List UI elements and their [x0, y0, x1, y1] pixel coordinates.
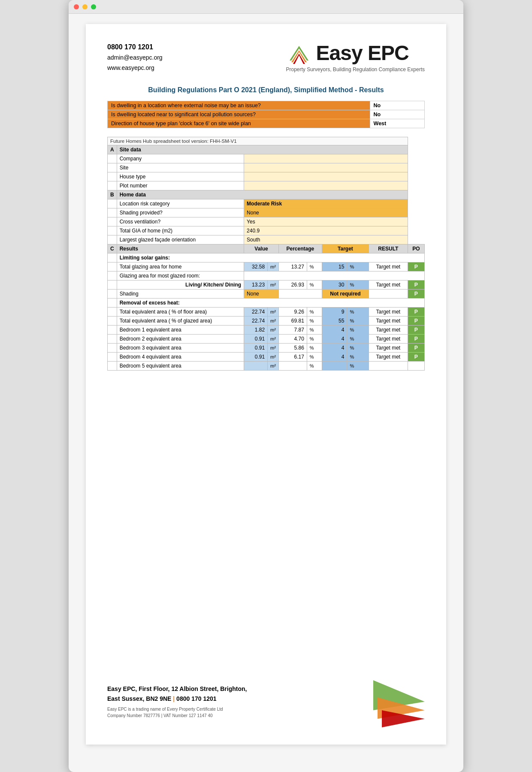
- row-label: Glazing area for most glazed room:: [117, 271, 244, 280]
- pct-cell: 13.27: [278, 262, 307, 271]
- po-cell: P: [408, 289, 424, 298]
- phone-number: 0800 170 1201: [107, 41, 163, 53]
- home-data-row: Shading provided?None: [108, 208, 425, 217]
- home-data-label: Total GIA of home (m2): [117, 226, 244, 235]
- target-sym-cell: %: [347, 316, 369, 325]
- footer-logo-icon: [369, 676, 429, 727]
- home-data-row: Location risk categoryModerate Risk: [108, 199, 425, 208]
- result-cell: Target met: [369, 316, 408, 325]
- logo-tagline: Property Surveyors, Building Regulation …: [286, 66, 425, 72]
- browser-window: 0800 170 1201 admin@easyepc.org www.easy…: [69, 0, 463, 772]
- target-sym-cell: %: [347, 325, 369, 334]
- logo-text: Easy EPC: [316, 41, 409, 65]
- result-cell: Target met: [369, 325, 408, 334]
- target-value-cell: 30: [322, 280, 347, 289]
- section-b-header: BHome data: [108, 190, 425, 199]
- col-header-po: PO: [408, 244, 424, 253]
- report-title: Building Regulations Part O 2021 (Englan…: [107, 86, 425, 94]
- target-sym-cell: %: [347, 307, 369, 316]
- section-a-title: Site data: [117, 145, 408, 154]
- results-row: Bedroom 3 equivalent area0.91m²5.86%4%Ta…: [108, 343, 425, 352]
- col-header-percentage: Percentage: [278, 244, 322, 253]
- pct-cell: 5.86: [278, 343, 307, 352]
- info-answer: No: [370, 110, 424, 119]
- target-value-cell: 9: [322, 307, 347, 316]
- target-value-cell: 4: [322, 352, 347, 361]
- po-cell: P: [408, 325, 424, 334]
- value-cell: 0.91: [244, 352, 268, 361]
- pct-sym-cell: %: [307, 325, 322, 334]
- value-cell: 32.58: [244, 262, 268, 271]
- row-label: Bedroom 5 equivalent area: [117, 361, 244, 370]
- target-value-cell: 4: [322, 343, 347, 352]
- po-cell: P: [408, 280, 424, 289]
- address-line1: Easy EPC, First Floor, 12 Albion Street,…: [107, 685, 247, 692]
- po-cell: P: [408, 334, 424, 343]
- version-row: Future Homes Hub spreadsheet tool versio…: [108, 137, 425, 145]
- results-row: Total equivalent area ( % of glazed area…: [108, 316, 425, 325]
- result-cell: Target met: [369, 307, 408, 316]
- info-question: Is dwelling in a location where external…: [108, 101, 370, 110]
- unit-cell: m²: [268, 280, 279, 289]
- target-value-cell: 4: [322, 334, 347, 343]
- target-sym-cell: %: [347, 262, 369, 271]
- col-header-target: Target: [322, 244, 369, 253]
- row-label: Bedroom 2 equivalent area: [117, 334, 244, 343]
- target-value-cell: [322, 361, 347, 370]
- shading-target: Not required: [322, 289, 369, 298]
- target-value-cell: 55: [322, 316, 347, 325]
- info-question: Direction of house type plan 'clock face…: [108, 119, 370, 128]
- result-cell: Target met: [369, 343, 408, 352]
- shading-value: None: [244, 289, 279, 298]
- row-label: Total equivalent area ( % of glazed area…: [117, 316, 244, 325]
- info-table: Is dwelling in a location where external…: [107, 101, 425, 128]
- target-sym-cell: %: [347, 352, 369, 361]
- po-cell: P: [408, 343, 424, 352]
- info-row: Is dwelling in a location where external…: [108, 101, 425, 110]
- home-data-row: Total GIA of home (m2)240.9: [108, 226, 425, 235]
- site-data-row: Plot number: [108, 181, 425, 190]
- pipe: |: [173, 695, 175, 702]
- result-cell: [369, 361, 408, 370]
- svg-marker-1: [290, 46, 308, 60]
- row-label: Shading: [117, 289, 244, 298]
- results-row: Bedroom 4 equivalent area0.91m²6.17%4%Ta…: [108, 352, 425, 361]
- section-c-title: Results: [117, 244, 244, 253]
- footer-phone: 0800 170 1201: [176, 695, 216, 702]
- home-data-label: Location risk category: [117, 199, 244, 208]
- home-data-label: Shading provided?: [117, 208, 244, 217]
- subsection-title: Limiting solar gains:: [117, 253, 424, 262]
- unit-cell: m²: [268, 262, 279, 271]
- section-c-label: C: [108, 244, 117, 253]
- section-b-label: B: [108, 190, 117, 199]
- pct-sym-cell: %: [307, 334, 322, 343]
- close-button[interactable]: [74, 4, 79, 9]
- unit-cell: m²: [268, 361, 279, 370]
- results-row: ShadingNoneNot requiredP: [108, 289, 425, 298]
- site-data-label: Site: [117, 163, 244, 172]
- result-cell: Target met: [369, 352, 408, 361]
- unit-cell: m²: [268, 307, 279, 316]
- value-cell: [244, 361, 268, 370]
- email: admin@easyepc.org: [107, 53, 163, 63]
- value-cell: 22.74: [244, 316, 268, 325]
- site-data-value: [244, 163, 408, 172]
- unit-cell: m²: [268, 316, 279, 325]
- logo: Easy EPC: [286, 41, 425, 65]
- minimize-button[interactable]: [82, 4, 88, 9]
- address-line2: East Sussex, BN2 9NE: [107, 695, 171, 702]
- row-label: Bedroom 3 equivalent area: [117, 343, 244, 352]
- result-cell: Target met: [369, 280, 408, 289]
- section-c-header: CResultsValuePercentageTargetRESULTPO: [108, 244, 425, 253]
- site-data-value: [244, 172, 408, 181]
- unit-cell: m²: [268, 343, 279, 352]
- results-row: Total equivalent area ( % of floor area)…: [108, 307, 425, 316]
- subsection-title: Removal of excess heat:: [117, 298, 424, 307]
- pct-cell: 6.17: [278, 352, 307, 361]
- home-data-label: Largest glazed façade orientation: [117, 235, 244, 244]
- pct-sym-cell: %: [307, 307, 322, 316]
- site-data-row: Site: [108, 163, 425, 172]
- home-data-row: Largest glazed façade orientationSouth: [108, 235, 425, 244]
- maximize-button[interactable]: [91, 4, 96, 9]
- pct-cell: [278, 361, 307, 370]
